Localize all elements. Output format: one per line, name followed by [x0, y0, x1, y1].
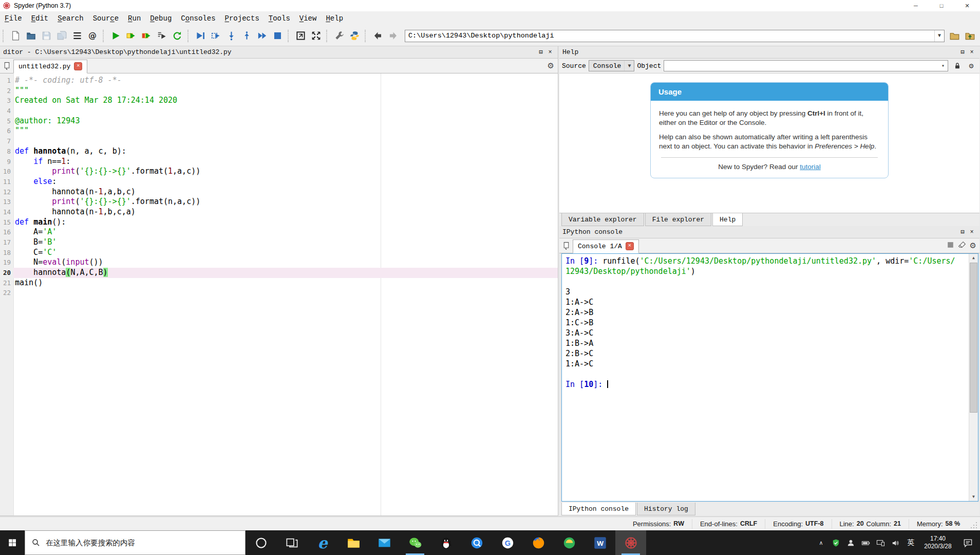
console-output[interactable]: In [9]: runfile('C:/Users/12943/Desktop/… [561, 253, 978, 502]
undock-icon[interactable]: ⊟ [958, 48, 967, 56]
tutorial-link[interactable]: tutorial [800, 163, 821, 171]
menu-run[interactable]: Run [123, 13, 145, 24]
tab-variable-explorer[interactable]: Variable explorer [561, 213, 644, 226]
maximize-pane-button[interactable] [293, 29, 308, 43]
editor-options-gear-icon[interactable]: ⚙ [548, 61, 554, 70]
start-button[interactable] [0, 530, 25, 555]
chevron-down-icon[interactable]: ▾ [938, 61, 948, 71]
taskbar-app-cortana[interactable] [246, 530, 276, 555]
tray-shield[interactable] [828, 539, 843, 547]
run-file-button[interactable] [108, 29, 123, 43]
close-tab-icon[interactable]: × [626, 242, 634, 250]
console-options-gear-icon[interactable]: ⚙ [970, 241, 976, 250]
save-all-button[interactable] [54, 29, 69, 43]
menu-view[interactable]: View [295, 13, 322, 24]
interrupt-kernel-icon[interactable] [946, 240, 955, 251]
scroll-up-icon[interactable]: ▲ [969, 254, 978, 262]
browse-tabs-icon[interactable] [0, 60, 13, 72]
taskbar-clock[interactable]: 17:40 2020/3/28 [918, 535, 957, 550]
tab-ipython-console[interactable]: IPython console [561, 503, 636, 515]
menu-source[interactable]: Source [88, 13, 123, 24]
file-switcher-button[interactable] [70, 29, 84, 43]
taskbar-app-firefox[interactable] [523, 530, 554, 555]
run-selection-button[interactable] [155, 29, 169, 43]
chevron-down-icon[interactable]: ▼ [934, 30, 944, 42]
chevron-down-icon[interactable]: ▼ [624, 61, 634, 71]
tray-battery[interactable] [858, 539, 873, 547]
rerun-cell-button[interactable] [170, 29, 184, 43]
debug-file-button[interactable] [193, 29, 208, 43]
tab-help[interactable]: Help [712, 213, 743, 226]
taskbar-app-task-view[interactable] [276, 530, 307, 555]
tab-untitled32[interactable]: untitled32.py × [13, 60, 87, 73]
tray-person[interactable] [843, 539, 858, 547]
browse-tabs-icon[interactable] [559, 239, 573, 252]
taskbar-app-qq-browser[interactable] [461, 530, 492, 555]
tab-console-1a[interactable]: Console 1/A × [573, 239, 639, 253]
python-path-button[interactable] [347, 29, 362, 43]
tray-display[interactable] [873, 539, 888, 547]
fullscreen-button[interactable] [309, 29, 323, 43]
ime-indicator[interactable]: 英 [903, 538, 918, 547]
taskbar-app-word[interactable]: W [585, 530, 615, 555]
code-editor[interactable]: 1# -*- coding: utf-8 -*-2"""3Created on … [0, 73, 558, 515]
debug-cell-button[interactable] [209, 29, 223, 43]
working-directory-button[interactable]: @ [85, 29, 100, 43]
taskbar-search-box[interactable]: 在这里输入你要搜索的内容 [25, 530, 246, 555]
object-combobox[interactable]: ▾ [664, 60, 948, 71]
tray-expand[interactable]: ∧ [814, 539, 828, 547]
step-return-button[interactable] [239, 29, 254, 43]
menu-search[interactable]: Search [53, 13, 88, 24]
menu-consoles[interactable]: Consoles [176, 13, 220, 24]
run-cell-advance-button[interactable] [139, 29, 154, 43]
lock-icon[interactable] [952, 62, 963, 69]
taskbar-app-file-explorer[interactable] [338, 530, 369, 555]
menu-help[interactable]: Help [321, 13, 348, 24]
close-button[interactable]: ✕ [954, 0, 980, 11]
source-combobox[interactable]: Console ▼ [589, 60, 635, 71]
maximize-button[interactable]: □ [929, 0, 954, 11]
close-tab-icon[interactable]: × [74, 62, 82, 70]
help-options-gear-icon[interactable]: ⚙ [966, 61, 977, 71]
browse-directory-button[interactable] [947, 29, 962, 43]
taskbar-app-spyder[interactable] [615, 530, 646, 555]
debug-stop-button[interactable] [270, 29, 285, 43]
menu-tools[interactable]: Tools [264, 13, 295, 24]
taskbar-app-green-app[interactable] [554, 530, 585, 555]
preferences-button[interactable] [332, 29, 346, 43]
tab-history-log[interactable]: History log [637, 503, 695, 515]
eraser-icon[interactable] [958, 240, 967, 251]
taskbar-app-edge[interactable]: e [307, 530, 338, 555]
undock-icon[interactable]: ⊟ [536, 48, 545, 56]
taskbar-app-qq[interactable] [430, 530, 461, 555]
close-pane-icon[interactable]: × [967, 229, 976, 236]
scroll-down-icon[interactable]: ▼ [969, 493, 978, 501]
new-file-button[interactable] [8, 29, 23, 43]
debug-continue-button[interactable] [255, 29, 269, 43]
close-pane-icon[interactable]: × [967, 49, 976, 56]
nav-back-button[interactable] [370, 29, 385, 43]
open-file-button[interactable] [24, 29, 38, 43]
save-file-button[interactable] [39, 29, 53, 43]
step-into-button[interactable] [224, 29, 238, 43]
menu-projects[interactable]: Projects [220, 13, 264, 24]
tray-volume[interactable] [888, 539, 903, 547]
taskbar-app-wechat[interactable] [400, 530, 430, 555]
menu-file[interactable]: File [0, 13, 27, 24]
taskbar-app-g-browser[interactable]: G [492, 530, 523, 555]
working-directory-combobox[interactable]: C:\Users\12943\Desktop\pythondelaji ▼ [405, 30, 945, 42]
action-center-icon[interactable] [957, 538, 978, 548]
scrollbar-thumb[interactable] [970, 263, 977, 413]
menu-debug[interactable]: Debug [145, 13, 176, 24]
minimize-button[interactable]: ─ [903, 0, 929, 11]
nav-forward-button[interactable] [386, 29, 400, 43]
undock-icon[interactable]: ⊟ [958, 228, 967, 236]
tab-file-explorer[interactable]: File explorer [645, 213, 711, 226]
menu-edit[interactable]: Edit [27, 13, 53, 24]
close-pane-icon[interactable]: × [545, 49, 555, 56]
resize-grip-icon[interactable] [971, 522, 978, 529]
run-cell-button[interactable] [124, 29, 138, 43]
parent-directory-button[interactable] [963, 29, 977, 43]
taskbar-app-mail[interactable] [369, 530, 400, 555]
console-scrollbar[interactable]: ▲ ▼ [969, 254, 978, 501]
